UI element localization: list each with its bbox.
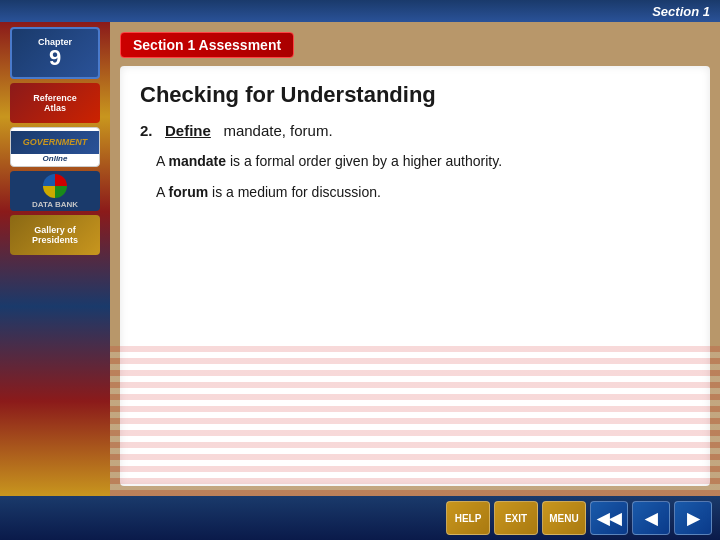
sidebar-item-government[interactable]: GOVERNMENT Online xyxy=(10,127,100,167)
previous-button[interactable]: ◀ xyxy=(632,501,670,535)
section-label: Section 1 xyxy=(652,4,710,19)
banner-label: Section 1 Assessment xyxy=(133,37,281,53)
exit-button[interactable]: EXIT xyxy=(494,501,538,535)
question-terms: mandate, forum. xyxy=(223,122,332,139)
sidebar: Chapter 9 Reference Atlas GOVERNMENT Onl… xyxy=(0,22,110,496)
back-to-start-button[interactable]: ◀◀ xyxy=(590,501,628,535)
menu-label: MENU xyxy=(549,513,578,524)
answer-mandate-text: A mandate is a formal order given by a h… xyxy=(156,151,690,172)
menu-button[interactable]: MENU xyxy=(542,501,586,535)
sidebar-item-reference[interactable]: Reference Atlas xyxy=(10,83,100,123)
bold-mandate: mandate xyxy=(168,153,226,169)
sidebar-item-chapter[interactable]: Chapter 9 xyxy=(10,27,100,79)
reference-line2: Atlas xyxy=(44,103,66,113)
next-button[interactable]: ▶ xyxy=(674,501,712,535)
sidebar-item-gallery[interactable]: Gallery of Presidents xyxy=(10,215,100,255)
reference-line1: Reference xyxy=(33,93,77,103)
top-bar: Section 1 xyxy=(0,0,720,22)
answer-forum-text: A forum is a medium for discussion. xyxy=(156,182,690,203)
content-panel: Section 1 Assessment Checking for Unders… xyxy=(110,22,720,496)
gallery-line2: Presidents xyxy=(32,235,78,245)
gov-label: GOVERNMENT xyxy=(23,137,88,147)
question-number: 2. xyxy=(140,122,153,139)
data-bank-label: DATA BANK xyxy=(32,200,78,209)
assessment-banner: Section 1 Assessment xyxy=(120,32,294,58)
question-line: 2. Define mandate, forum. xyxy=(140,122,690,139)
page-title: Checking for Understanding xyxy=(140,82,690,108)
help-label: HELP xyxy=(455,513,482,524)
back-arrow-icon: ◀◀ xyxy=(597,509,621,528)
main-area: Chapter 9 Reference Atlas GOVERNMENT Onl… xyxy=(0,22,720,496)
help-button[interactable]: HELP xyxy=(446,501,490,535)
sidebar-item-databank[interactable]: DATA BANK xyxy=(10,171,100,211)
exit-label: EXIT xyxy=(505,513,527,524)
chapter-number: 9 xyxy=(49,47,61,69)
content-box: Checking for Understanding 2. Define man… xyxy=(120,66,710,486)
gallery-line1: Gallery of xyxy=(34,225,76,235)
bottom-nav-bar: HELP EXIT MENU ◀◀ ◀ ▶ xyxy=(0,496,720,540)
next-arrow-icon: ▶ xyxy=(687,509,699,528)
gov-online: Online xyxy=(43,154,68,163)
answer-mandate: A mandate is a formal order given by a h… xyxy=(156,151,690,172)
bold-forum: forum xyxy=(168,184,208,200)
prev-arrow-icon: ◀ xyxy=(645,509,657,528)
app-wrapper: Section 1 Chapter 9 Reference Atlas GOVE… xyxy=(0,0,720,540)
gov-banner: GOVERNMENT xyxy=(11,131,99,154)
question-verb: Define xyxy=(165,122,211,139)
answer-forum: A forum is a medium for discussion. xyxy=(156,182,690,203)
data-circle-icon xyxy=(43,174,67,198)
